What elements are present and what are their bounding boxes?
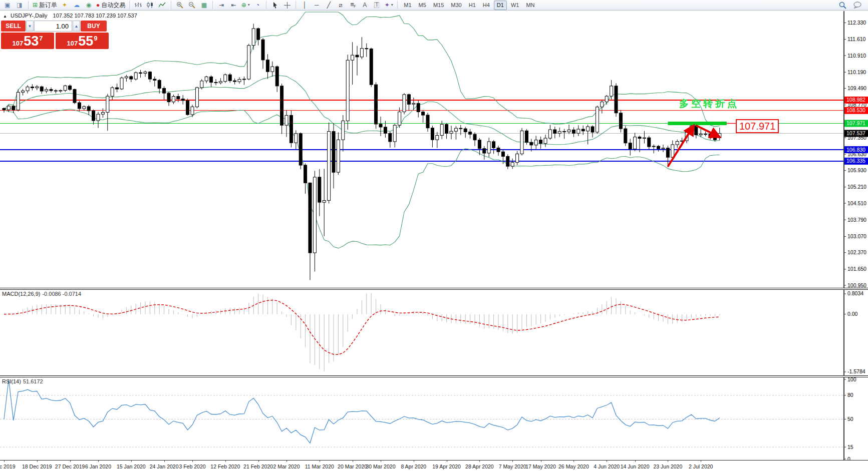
chat-button[interactable]: [852, 1, 863, 10]
tf-m30-button[interactable]: M30: [448, 1, 464, 10]
community-icon: ☁: [74, 2, 80, 8]
candle-chart-button[interactable]: [145, 1, 156, 10]
arrows-tool-button[interactable]: ✦▾: [383, 1, 394, 10]
clock-icon: ◔: [256, 2, 259, 8]
search-button[interactable]: [837, 1, 848, 10]
tf-w1-button[interactable]: W1: [508, 1, 522, 10]
macd-tick-label: 0.00: [847, 311, 858, 317]
date-tick: [668, 460, 668, 462]
cursor-icon: [272, 2, 278, 9]
trendline-tool-button[interactable]: ╱: [323, 1, 334, 10]
rsi-tick-label: 0: [847, 456, 850, 460]
toolbar-separator: [296, 1, 296, 9]
tile-windows-button[interactable]: ▦: [198, 1, 209, 10]
date-tick: [447, 460, 447, 462]
level-price-box[interactable]: 107.971: [736, 119, 779, 133]
date-axis[interactable]: Dec 201918 Dec 201927 Dec 20196 Jan 2020…: [0, 460, 868, 471]
toolbar-separator: [212, 1, 213, 9]
oneclick-toggle-icon[interactable]: ▲: [3, 14, 7, 19]
date-tick: [164, 460, 165, 462]
toolbar-right-group: [837, 1, 866, 10]
horizontal-line-icon: ─: [315, 2, 319, 8]
date-label: 3 Feb 2020: [179, 463, 205, 469]
zoom-in-button[interactable]: [174, 1, 185, 10]
macd-tick-label: 0.8034: [847, 290, 863, 296]
rsi-tick-label: 50: [847, 416, 853, 422]
add-indicator-button[interactable]: ⊕▾: [240, 1, 251, 10]
auto-scroll-button[interactable]: ⇥: [216, 1, 227, 10]
chart-shift-button[interactable]: ⇤: [228, 1, 239, 10]
rsi-panel[interactable]: 1008050150: [0, 377, 868, 460]
tf-m1-button[interactable]: M1: [401, 1, 414, 10]
tf-h4-button[interactable]: H4: [480, 1, 493, 10]
tf-h1-button[interactable]: H1: [466, 1, 479, 10]
signals-icon: ◉: [86, 2, 91, 8]
buy-button[interactable]: BUY: [81, 21, 107, 32]
buy-price-display[interactable]: 107 55 9: [56, 33, 109, 49]
signals-button[interactable]: ◉: [83, 1, 94, 10]
pivot-annotation-text[interactable]: 多空转折点: [679, 97, 739, 110]
metaeditor-button[interactable]: ✦: [59, 1, 70, 10]
profiles-button[interactable]: ◨: [14, 1, 25, 10]
price-tick-label: 110.910: [847, 53, 866, 59]
date-label: 17 May 2020: [525, 463, 556, 469]
main-toolbar: ▣ ◨ ⊞ 新订单 ✦ ☁ ◉ ● 自动交易 ▦ ⇥ ⇤ ⊕▾ ◔ │ ─ ╱: [0, 0, 868, 11]
buy-price-pip: 9: [94, 35, 97, 42]
date-label: 28 Apr 2020: [465, 463, 494, 469]
macd-panel[interactable]: 0.80340.00-1.5784: [0, 289, 868, 375]
label-tool-button[interactable]: T: [371, 1, 382, 10]
caret-down-icon: ▼: [28, 24, 32, 29]
macd-axis: 0.80340.00-1.5784: [844, 289, 865, 375]
pivot-level-bar: [668, 122, 727, 125]
price-tick-label: 101.650: [847, 266, 866, 272]
sell-button[interactable]: SELL: [1, 21, 26, 32]
tf-d1-button[interactable]: D1: [494, 1, 507, 10]
fibonacci-tool-button[interactable]: ≣F: [347, 1, 358, 10]
toolbar-separator: [129, 1, 130, 9]
cursor-tool-button[interactable]: [269, 1, 280, 10]
volume-input[interactable]: [34, 21, 72, 32]
date-label: 2 Mar 2020: [273, 463, 300, 469]
ohlc-values: 107.352 107.783 107.239 107.537: [53, 13, 137, 19]
volume-increase-button[interactable]: ▲: [73, 21, 80, 32]
main-price-chart[interactable]: 112.330111.610110.910110.190109.490108.7…: [0, 11, 868, 288]
bar-chart-button[interactable]: [133, 1, 144, 10]
line-chart-button[interactable]: [157, 1, 168, 10]
date-label: 12 Feb 2020: [210, 463, 240, 469]
community-button[interactable]: ☁: [71, 1, 82, 10]
new-chart-icon: ▣: [5, 2, 10, 8]
macd-tick-label: -1.5784: [847, 368, 865, 374]
tf-m5-button[interactable]: M5: [416, 1, 429, 10]
periods-button[interactable]: ◔: [252, 1, 263, 10]
date-label: 30 Mar 2020: [366, 463, 396, 469]
tf-mn-button[interactable]: MN: [523, 1, 537, 10]
price-tick-label: 103.790: [847, 217, 866, 223]
autotrading-button[interactable]: ● 自动交易: [95, 1, 126, 10]
new-chart-button[interactable]: ▣: [2, 1, 13, 10]
new-order-icon: ⊞: [33, 2, 38, 8]
vline-tool-button[interactable]: │: [299, 1, 310, 10]
rsi-axis: 1008050150: [844, 377, 856, 460]
vertical-line-icon: │: [303, 2, 307, 8]
new-order-button[interactable]: ⊞ 新订单: [32, 1, 58, 10]
symbol-timeframe-label: USDJPY-,Daily: [11, 13, 48, 19]
tf-m15-button[interactable]: M15: [430, 1, 447, 10]
crosshair-tool-button[interactable]: [281, 1, 293, 10]
date-tick: [607, 460, 607, 462]
arrows-icon: ✦: [385, 2, 390, 8]
hline-tool-button[interactable]: ─: [311, 1, 322, 10]
date-tick: [225, 460, 226, 462]
toolbar-separator: [266, 1, 266, 9]
price-tick-label: 105.930: [847, 167, 866, 173]
mt4-window: ▣ ◨ ⊞ 新订单 ✦ ☁ ◉ ● 自动交易 ▦ ⇥ ⇤ ⊕▾ ◔ │ ─ ╱: [0, 0, 868, 471]
sell-price-display[interactable]: 107 53 7: [1, 33, 54, 49]
date-label: 23 Jun 2020: [653, 463, 682, 469]
date-tick: [131, 460, 132, 462]
channel-tool-button[interactable]: ⧄: [335, 1, 346, 10]
date-label: 7 May 2020: [499, 463, 526, 469]
zoom-out-button[interactable]: [186, 1, 197, 10]
volume-decrease-button[interactable]: ▼: [26, 21, 34, 32]
text-tool-button[interactable]: A: [359, 1, 370, 10]
price-tick-label: 100.950: [847, 282, 866, 288]
price-tick-label: 102.370: [847, 249, 866, 255]
